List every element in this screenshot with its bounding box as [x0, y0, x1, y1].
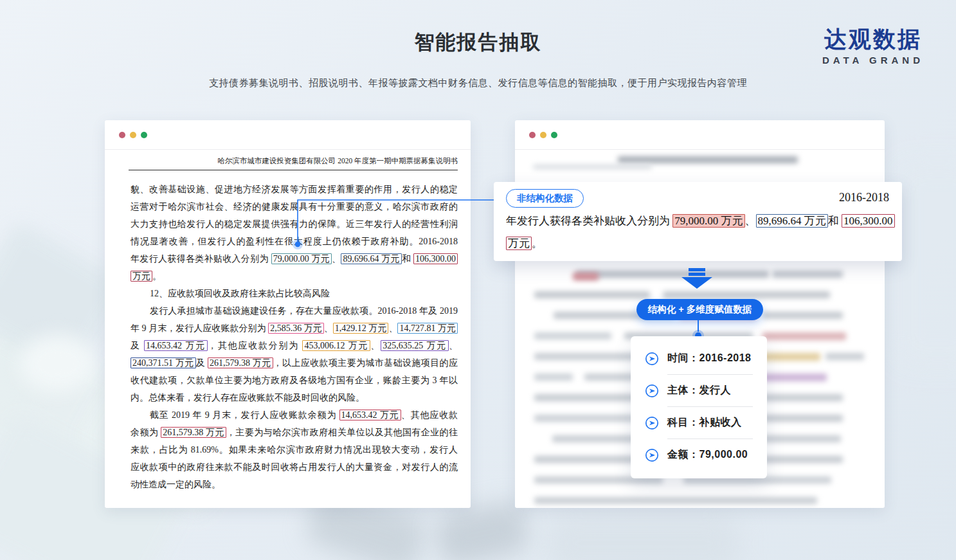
highlight-box: 万元 [131, 271, 152, 282]
text-segment: 、 [332, 254, 341, 264]
minimize-button[interactable] [540, 132, 546, 138]
blurred-text-line [762, 312, 843, 319]
doc-line: 动性造成一定的风险。 [131, 476, 458, 493]
text-segment: 。 [152, 271, 161, 281]
text-segment: 截至 2019 年 9 月末，发行人应收账款余额为 [150, 410, 339, 420]
text-segment: 收代建款项，欠款单位主要为地方政府及各级地方国有企业，账龄主要为 3 年以 [131, 375, 458, 385]
highlight-box: 453,006.12 万元 [302, 340, 370, 351]
close-button[interactable] [529, 132, 536, 138]
background-blur-shape [546, 514, 739, 560]
page-title: 智能报告抽取 [0, 29, 956, 56]
page: { "header": { "title": "智能报告抽取", "subtit… [0, 0, 956, 560]
blurred-text-line [534, 291, 650, 298]
highlight-box: 89,696.64 万元 [756, 214, 828, 228]
text-segment: 和 [828, 215, 842, 227]
field-text: 科目：补贴收入 [667, 416, 742, 429]
field-row-科目: 科目：补贴收入 [631, 407, 767, 438]
highlight-box: 1,429.12 万元 [333, 323, 389, 334]
text-segment: 及 [131, 341, 144, 350]
text-segment: ，主要为与哈尔滨市政府相关单位以及其他国有企业的往 [226, 428, 458, 437]
page-subtitle: 支持债券募集说明书、招股说明书、年报等披露文档中财务信息、发行信息等信息的智能抽… [0, 77, 956, 89]
doc-line: 12、应收款项回收及政府往来款占比较高风险 [131, 285, 458, 302]
blurred-text-line [618, 156, 798, 163]
zoom-button[interactable] [141, 132, 147, 138]
highlight-box: 325,635.25 万元 [381, 340, 449, 351]
doc-line: 大力支持也给发行人的稳定发展提供强有力的保障。近三年发行人的经营性利润 [131, 215, 458, 233]
doc-line: 运营对于哈尔滨市社会、经济的健康发展具有十分重要的意义，哈尔滨市政府的 [131, 198, 458, 215]
arrow-circle-icon [645, 352, 659, 366]
window-titlebar [105, 120, 471, 150]
arrow-circle-icon [645, 416, 659, 430]
doc-line: 情况显著改善，但发行人的盈利性在很大程度上仍依赖于政府补助。2016-2018 [131, 233, 458, 250]
field-text: 主体：发行人 [667, 384, 731, 397]
text-segment: 、 [449, 341, 458, 350]
logo-cn-text: 达观数据 [822, 27, 924, 52]
blurred-text-line [534, 374, 573, 381]
text-segment: ，其他应收款分别为 [208, 341, 302, 350]
zoom-button[interactable] [551, 132, 557, 138]
blurred-text-line [762, 332, 846, 340]
background-blur-shape [894, 161, 956, 366]
text-segment: 余额为 [131, 428, 161, 437]
field-row-金额: 金额：79,000.00 [631, 439, 767, 471]
datagrand-logo: 达观数据 DATA GRAND [822, 27, 924, 66]
text-segment: 12、应收款项回收及政府往来款占比较高风险 [150, 289, 330, 298]
unstructured-data-card: 非结构化数据 2016-2018 年发行人获得各类补贴收入分别为 79,000.… [494, 182, 902, 261]
doc-line: 收代建款项，欠款单位主要为地方政府及各级地方国有企业，账龄主要为 3 年以 [131, 372, 458, 389]
field-row-时间: 时间：2016-2018 [631, 343, 767, 374]
text-segment: 。 [532, 237, 543, 249]
doc-line: 余额为 261,579.38 万元，主要为与哈尔滨市政府相关单位以及其他国有企业… [131, 424, 458, 441]
close-button[interactable] [119, 132, 125, 138]
text-segment: 、 [324, 323, 333, 333]
highlight-box: 261,579.38 万元 [208, 357, 273, 368]
doc-line: 发行人承担城市基础设施建设任务，存在大量应收款项。2016-2018 年及 20… [131, 302, 458, 320]
blurred-text-line [772, 271, 843, 278]
structured-fields-card: 时间：2016-2018主体：发行人科目：补贴收入金额：79,000.00 [631, 336, 767, 478]
highlight-box: 79,000.00 万元 [672, 214, 744, 228]
logo-en-text: DATA GRAND [822, 55, 924, 66]
highlight-box: 2,585.36 万元 [268, 323, 324, 334]
doc-line: 来款，占比为 81.69%。如果未来哈尔滨市政府财力情况出现较大变动，发行人 [131, 441, 458, 458]
arrow-circle-icon [645, 384, 659, 398]
doc-line: 貌、改善基础设施、促进地方经济发展等方面发挥着重要的作用，发行人的稳定 [131, 181, 458, 198]
text-segment: 年发行人获得各类补贴收入分别为 [131, 254, 271, 264]
highlight-box: 240,371.51 万元 [131, 357, 196, 368]
highlight-box: 14,727.81 万元 [397, 323, 458, 334]
callout-text-line: 年发行人获得各类补贴收入分别为 79,000.00 万元、89,696.64 万… [506, 213, 895, 228]
highlight-box: 106,300.00 [842, 214, 895, 228]
highlight-box: 89,696.64 万元 [341, 253, 401, 264]
text-segment: 情况显著改善，但发行人的盈利性在很大程度上仍依赖于政府补助。2016-2018 [131, 237, 458, 246]
left-document-window: 哈尔滨市城市建设投资集团有限公司 2020 年度第一期中期票据募集说明书 貌、改… [105, 120, 471, 508]
field-text: 时间：2016-2018 [667, 352, 752, 365]
blurred-text-line [552, 435, 642, 442]
text-segment: 、 [745, 215, 756, 227]
blurred-text-line [534, 497, 817, 504]
highlight-box: 261,579.38 万元 [161, 427, 226, 438]
text-segment: 、其他应收款 [401, 410, 458, 420]
doc-line: 240,371.51 万元及 261,579.38 万元，以上应收款项主要为城市… [131, 354, 458, 372]
background-blur-shape [433, 499, 532, 560]
doc-line: 万元。 [131, 267, 458, 285]
structured-data-tag: 结构化 + 多维度赋值数据 [636, 299, 763, 320]
text-segment: ，以上应收款项主要为城市基础设施项目的应 [273, 358, 458, 368]
blurred-text-line [825, 353, 864, 360]
doc-line: 及 14,653.42 万元，其他应收款分别为 453,006.12 万元、32… [131, 337, 458, 354]
minimize-button[interactable] [130, 132, 136, 138]
text-segment: 年 9 月末，发行人应收账款分别为 [131, 323, 268, 333]
blurred-text-line [534, 332, 611, 339]
down-arrow-icon [681, 268, 712, 289]
period-label: 2016-2018 [839, 191, 889, 204]
text-segment: 、 [370, 341, 381, 350]
text-segment: 运营对于哈尔滨市社会、经济的健康发展具有十分重要的意义，哈尔滨市政府的 [131, 202, 458, 212]
highlight-box: 14,653.42 万元 [339, 410, 401, 420]
text-segment: 应收款项中的政府往来款不能及时回收将占用发行人的大量资金，对发行人的流 [131, 462, 458, 472]
text-segment: 内。总体来看，发行人存在应收账款不能及时回收的风险。 [131, 393, 365, 402]
blurred-text-line [573, 273, 599, 280]
highlight-box: 79,000.00 万元 [271, 253, 332, 264]
text-segment: 和 [402, 254, 413, 264]
text-segment: 及 [196, 358, 208, 368]
doc-line: 截至 2019 年 9 月末，发行人应收账款余额为 14,653.42 万元、其… [131, 406, 458, 424]
text-segment: 动性造成一定的风险。 [131, 480, 221, 489]
background-blur-shape [19, 334, 96, 392]
doc-line: 年 9 月末，发行人应收账款分别为 2,585.36 万元、1,429.12 万… [131, 320, 458, 337]
